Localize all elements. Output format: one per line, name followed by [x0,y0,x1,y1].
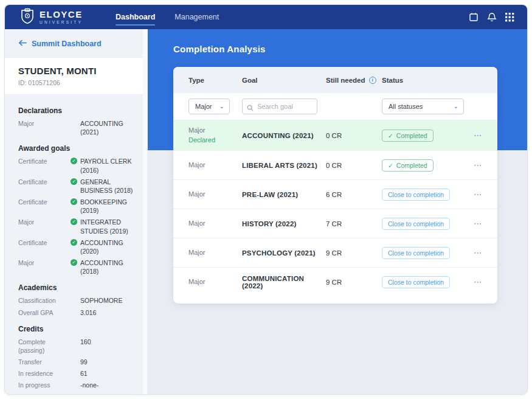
status-badge-label: Close to completion [388,249,444,257]
section-rows: Certificate ✓ PAYROLL CLERK (2016) Certi… [18,157,134,276]
side-row-label: Complete (passing) [18,338,71,355]
section-title: Declarations [18,106,134,115]
status-filter-value: All statuses [389,103,423,110]
side-row-value: ✓ ACCOUNTING (2018) [71,258,134,276]
sidebar-detail-row: Major ✓ INTEGRATED STUDIES (2019) [18,218,134,235]
goal-type: Major [188,248,242,257]
chevron-down-icon: ⌄ [454,103,458,109]
side-row-label: Major [18,218,71,235]
app-window: ELOYCE UNIVERSITY Dashboard Management [4,4,528,395]
table-row[interactable]: Major PSYCHOLOGY (2021) 9 CR Close to co… [173,238,497,267]
side-row-value: 99 [71,358,134,366]
cell-type: Major [188,248,242,257]
main-panel: Completion Analysis Type Goal Still need… [148,29,527,394]
row-actions-button[interactable]: ⋯ [464,190,482,198]
side-row-value: ✓ GENERAL BUSINESS (2018) [71,178,134,195]
more-options-icon: ⋯ [474,131,482,140]
type-filter-select[interactable]: Major ⌄ [188,99,230,114]
sidebar-detail-row: Certificate ✓ BOOKKEEPING (2019) [18,198,134,215]
goal-search [242,99,317,114]
student-sidebar: Summit Dashboard STUDENT, MONTI ID: 0105… [5,29,143,394]
sidebar-detail-row: Certificate ✓ GENERAL BUSINESS (2018) [18,178,134,195]
table-header-row: Type Goal Still needed i Status [173,67,497,93]
shield-logo-icon [21,8,34,26]
cell-still-needed: 0 CR [326,162,382,169]
side-row-value: SOPHOMORE [71,296,134,305]
bell-icon[interactable] [486,12,497,23]
status-badge-label: Completed [396,162,427,169]
search-icon [247,103,254,114]
content-area: Summit Dashboard STUDENT, MONTI ID: 0105… [5,29,527,394]
side-row-label: Major [18,258,71,276]
top-navbar: ELOYCE UNIVERSITY Dashboard Management [5,5,527,29]
section-rows: Complete (passing) 160 Transfer 99 In re… [18,338,134,390]
status-badge-label: Completed [396,132,427,139]
table-row[interactable]: Major COMMUNICATION (2022) 9 CR Close to… [173,267,497,296]
cell-still-needed: 6 CR [326,191,382,198]
section-rows: Classification SOPHOMORE Overall GPA 3.0… [18,296,134,316]
row-actions-button[interactable]: ⋯ [464,161,482,169]
info-icon[interactable]: i [369,77,376,84]
more-options-icon: ⋯ [474,190,482,199]
status-badge: ✓ Completed [382,159,434,172]
side-row-value: 61 [71,369,134,378]
goal-type: Major [188,219,242,228]
cell-type: Major [188,277,242,286]
table-row[interactable]: Major LIBERAL ARTS (2021) 0 CR ✓ Complet… [173,150,497,179]
status-filter-select[interactable]: All statuses ⌄ [382,99,464,114]
cell-still-needed: 7 CR [326,220,382,227]
back-link[interactable]: Summit Dashboard [5,29,143,57]
cell-type: Major Declared [188,126,242,145]
calendar-icon[interactable] [468,12,478,23]
row-actions-button[interactable]: ⋯ [464,249,482,257]
table-row[interactable]: Major Declared ACCOUNTING (2021) 0 CR ✓ … [173,120,497,150]
section-title: Academics [18,283,134,292]
side-row-label: Certificate [18,238,71,255]
status-badge: Close to completion [382,189,450,201]
goal-type: Major [188,190,242,199]
tab-management[interactable]: Management [165,5,229,29]
col-header-goal: Goal [242,77,326,84]
side-row-label: In progress [18,381,71,389]
cell-goal: HISTORY (2022) [242,220,326,227]
side-row-label: Certificate [18,157,71,174]
goal-type: Major [188,126,242,135]
section-title: Awarded goals [18,144,134,153]
table-row[interactable]: Major PRE-LAW (2021) 6 CR Close to compl… [173,179,497,209]
cell-goal: LIBERAL ARTS (2021) [242,162,326,169]
row-actions-button[interactable]: ⋯ [464,220,482,227]
side-row-value-text: 99 [80,358,88,366]
table-row[interactable]: Major HISTORY (2022) 7 CR Close to compl… [173,209,497,238]
page-title: Completion Analysis [173,43,497,55]
brand-logo[interactable]: ELOYCE UNIVERSITY [21,8,83,26]
row-actions-button[interactable]: ⋯ [464,278,482,286]
col-header-status: Status [382,77,464,84]
cell-still-needed: 0 CR [326,132,382,139]
side-row-value: 160 [71,338,134,355]
back-link-label: Summit Dashboard [32,40,102,48]
side-row-value-text: ACCOUNTING (2018) [80,259,123,275]
navbar-actions [468,12,515,23]
side-row-value-text: GENERAL BUSINESS (2018) [80,178,133,194]
goal-declared-label: Declared [188,136,242,145]
badge-check-icon: ✓ [388,162,393,169]
cell-goal: ACCOUNTING (2021) [242,132,326,139]
row-actions-button[interactable]: ⋯ [464,131,482,139]
status-badge: Close to completion [382,276,450,288]
goal-type: Major [188,277,242,286]
side-row-value-text: SOPHOMORE [80,297,122,304]
sidebar-section: Academics Classification SOPHOMORE Overa… [18,283,134,316]
badge-check-icon: ✓ [388,132,393,139]
side-row-value-text: 3.016 [80,309,96,316]
tab-dashboard[interactable]: Dashboard [106,5,165,29]
col-header-type: Type [188,77,242,84]
apps-grid-icon[interactable] [505,12,515,23]
side-row-value: -none- [71,381,134,389]
sidebar-detail-row: Certificate ✓ ACCOUNTING (2020) [18,238,134,255]
cell-goal: PRE-LAW (2021) [242,191,326,198]
side-row-value-text: ACCOUNTING (2021) [80,120,123,136]
sidebar-detail-row: In progress -none- [18,381,134,389]
more-options-icon: ⋯ [474,248,482,257]
student-header: STUDENT, MONTI ID: 010571206 [5,57,143,95]
status-badge: Close to completion [382,247,450,259]
